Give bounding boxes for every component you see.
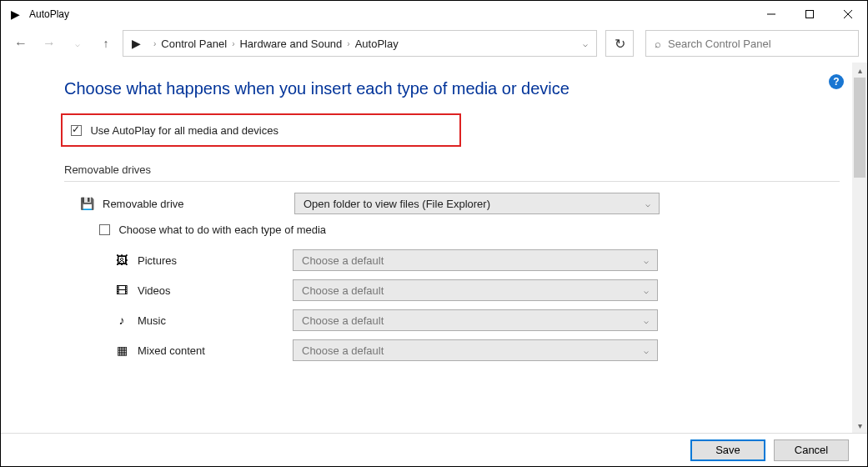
media-label: Pictures [138,254,293,267]
removable-drive-dropdown[interactable]: Open folder to view files (File Explorer… [294,193,660,214]
save-button[interactable]: Save [690,439,765,461]
page-heading: Choose what happens when you insert each… [64,79,867,98]
footer: Save Cancel [1,433,867,466]
scroll-down-icon[interactable]: ▾ [852,418,867,433]
media-icon: 🎞 [114,283,129,298]
breadcrumb-item[interactable]: Hardware and Sound [239,38,342,50]
window-title: AutoPlay [29,8,69,20]
cancel-button[interactable]: Cancel [774,439,849,461]
search-input[interactable]: ⌕ Search Control Panel [645,30,859,57]
chevron-right-icon: › [347,39,349,48]
scroll-up-icon[interactable]: ▴ [852,63,867,78]
back-button[interactable]: ← [9,32,33,55]
help-icon[interactable]: ? [829,74,844,89]
use-autoplay-label[interactable]: Use AutoPlay for all media and devices [90,124,278,137]
choose-each-label[interactable]: Choose what to do with each type of medi… [118,223,326,236]
breadcrumb-item[interactable]: AutoPlay [355,38,399,50]
navbar: ← → ⌵ ↑ ▶ › Control Panel › Hardware and… [1,28,867,59]
search-placeholder: Search Control Panel [668,38,771,50]
media-dropdown[interactable]: Choose a default⌵ [293,309,658,331]
media-dropdown[interactable]: Choose a default⌵ [293,279,658,301]
use-autoplay-highlight: Use AutoPlay for all media and devices [61,113,461,147]
maximize-button[interactable] [790,1,829,28]
media-icon: 🖼 [114,253,129,268]
drive-icon: 💾 [79,196,94,211]
minimize-button[interactable] [752,1,790,28]
autoplay-icon: ▶ [128,36,143,51]
media-dropdown[interactable]: Choose a default⌵ [293,249,658,271]
scrollbar[interactable]: ▴ ▾ [852,63,867,433]
chevron-down-icon: ⌵ [644,286,649,295]
refresh-button[interactable]: ↻ [605,30,634,57]
titlebar: ▶ AutoPlay [1,1,867,28]
chevron-down-icon: ⌵ [644,256,649,265]
choose-each-checkbox[interactable] [99,224,110,235]
search-icon: ⌕ [655,38,661,50]
address-dropdown[interactable]: ⌵ [574,39,596,48]
forward-button[interactable]: → [38,32,61,55]
content-panel: Choose what happens when you insert each… [1,63,867,436]
chevron-right-icon: › [232,39,234,48]
address-bar[interactable]: ▶ › Control Panel › Hardware and Sound ›… [123,30,597,57]
use-autoplay-checkbox[interactable] [71,125,82,136]
chevron-right-icon: › [153,39,156,48]
close-button[interactable] [829,1,867,28]
up-button[interactable]: ↑ [94,32,118,55]
chevron-down-icon: ⌵ [644,346,649,355]
recent-dropdown[interactable]: ⌵ [66,32,89,55]
section-removable-title: Removable drives [64,163,867,176]
media-label: Videos [138,284,293,297]
autoplay-icon: ▶ [8,7,23,22]
divider [64,181,840,182]
media-icon: ▦ [114,343,129,358]
removable-drive-label: Removable drive [103,198,294,210]
scroll-thumb[interactable] [854,78,865,178]
chevron-down-icon: ⌵ [644,316,649,325]
media-label: Music [138,314,293,327]
chevron-down-icon: ⌵ [645,199,650,208]
breadcrumb-item[interactable]: Control Panel [161,38,227,50]
svg-rect-1 [806,11,814,18]
media-icon: ♪ [114,313,129,328]
media-dropdown[interactable]: Choose a default⌵ [293,339,658,361]
media-label: Mixed content [138,344,293,357]
